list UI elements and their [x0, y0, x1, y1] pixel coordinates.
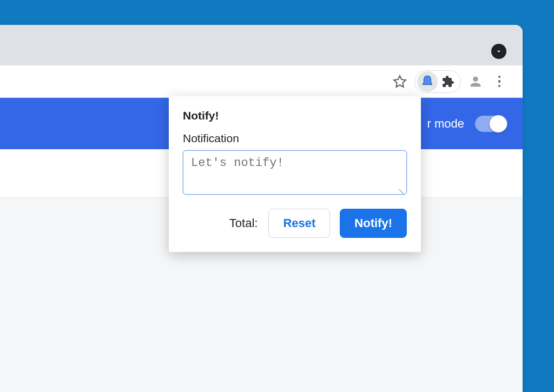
browser-toolbar [0, 65, 523, 98]
browser-menu-button[interactable] [488, 70, 511, 93]
textarea-container [183, 150, 407, 197]
total-label: Total: [229, 216, 258, 230]
person-icon [468, 74, 483, 89]
browser-tab-strip [0, 25, 523, 65]
more-vertical-icon [498, 76, 501, 88]
star-outline-icon [393, 75, 407, 89]
toggle-knob [490, 115, 507, 132]
notify-extension-button[interactable] [417, 71, 438, 92]
chevron-down-icon [495, 48, 503, 55]
extensions-menu-button[interactable] [438, 71, 458, 92]
popup-footer: Total: Reset Notify! [183, 209, 407, 238]
tab-overflow-button[interactable] [491, 44, 506, 59]
extensions-pill [414, 70, 461, 93]
mode-toggle[interactable] [475, 116, 507, 132]
mode-label: r mode [427, 117, 464, 131]
reset-button[interactable]: Reset [268, 209, 330, 238]
profile-avatar-button[interactable] [464, 70, 487, 93]
notification-textarea[interactable] [183, 150, 407, 195]
bookmark-star-button[interactable] [388, 70, 411, 93]
popup-title: Notify! [183, 109, 407, 122]
notification-field-label: Notification [183, 132, 407, 145]
puzzle-piece-icon [441, 75, 454, 88]
extension-popup: Notify! Notification Total: Reset Notify… [169, 96, 421, 252]
notify-button[interactable]: Notify! [340, 209, 407, 238]
bell-icon [420, 75, 434, 89]
